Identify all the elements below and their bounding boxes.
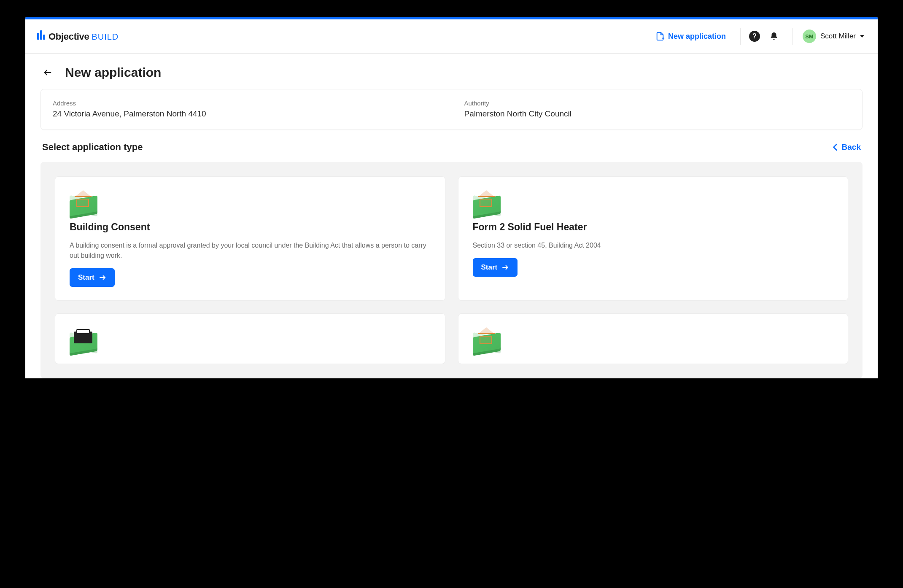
house-icon — [473, 189, 503, 214]
summary-address: Address 24 Victoria Avenue, Palmerston N… — [53, 100, 439, 119]
app-window: Objective BUILD New application ? SM Sco… — [25, 17, 878, 378]
content: Address 24 Victoria Avenue, Palmerston N… — [25, 89, 878, 378]
summary-authority: Authority Palmerston North City Council — [464, 100, 851, 119]
type-card-solid-fuel-heater: Form 2 Solid Fuel Heater Section 33 or s… — [458, 176, 849, 301]
divider — [740, 28, 741, 45]
header-actions: New application ? SM Scott Miller — [650, 27, 866, 46]
chevron-left-icon — [833, 143, 838, 151]
section-title: Select application type — [42, 142, 143, 153]
new-application-label: New application — [668, 32, 726, 41]
authority-label: Authority — [464, 100, 851, 107]
brand-main: Objective — [49, 31, 89, 42]
brand-logo[interactable]: Objective BUILD — [37, 30, 119, 42]
summary-card: Address 24 Victoria Avenue, Palmerston N… — [40, 89, 863, 130]
type-card-building-consent: Building Consent A building consent is a… — [55, 176, 445, 301]
house-icon — [70, 189, 100, 214]
user-name: Scott Miller — [820, 32, 856, 40]
house-icon — [473, 326, 503, 351]
arrow-right-icon — [99, 274, 106, 281]
card-desc: Section 33 or section 45, Building Act 2… — [473, 240, 834, 251]
arrow-right-icon — [501, 264, 509, 271]
type-card-partial — [458, 313, 849, 364]
divider — [792, 28, 792, 45]
help-icon[interactable]: ? — [749, 31, 760, 42]
card-title: Building Consent — [70, 221, 431, 233]
address-label: Address — [53, 100, 439, 107]
bell-icon[interactable] — [769, 32, 779, 41]
start-button[interactable]: Start — [473, 258, 518, 277]
file-plus-icon — [655, 32, 665, 41]
avatar: SM — [803, 30, 816, 43]
start-label: Start — [78, 273, 94, 282]
chevron-down-icon — [860, 35, 864, 38]
start-button[interactable]: Start — [70, 268, 115, 287]
start-label: Start — [481, 263, 498, 272]
address-value: 24 Victoria Avenue, Palmerston North 441… — [53, 109, 439, 119]
application-type-grid: Building Consent A building consent is a… — [40, 162, 863, 378]
user-menu[interactable]: SM Scott Miller — [801, 27, 866, 46]
back-link-label: Back — [842, 143, 861, 152]
authority-value: Palmerston North City Council — [464, 109, 851, 119]
page-title: New application — [65, 65, 161, 80]
new-application-link[interactable]: New application — [650, 28, 732, 44]
logo-bars-icon — [37, 30, 45, 40]
board-icon — [70, 326, 100, 351]
page-title-row: New application — [25, 54, 878, 89]
back-arrow-icon[interactable] — [43, 68, 52, 77]
section-header: Select application type Back — [42, 142, 861, 153]
type-card-partial — [55, 313, 445, 364]
back-link[interactable]: Back — [833, 143, 861, 152]
card-desc: A building consent is a formal approval … — [70, 240, 431, 261]
card-title: Form 2 Solid Fuel Heater — [473, 221, 834, 233]
brand-sub: BUILD — [92, 32, 119, 42]
header-bar: Objective BUILD New application ? SM Sco… — [25, 19, 878, 54]
